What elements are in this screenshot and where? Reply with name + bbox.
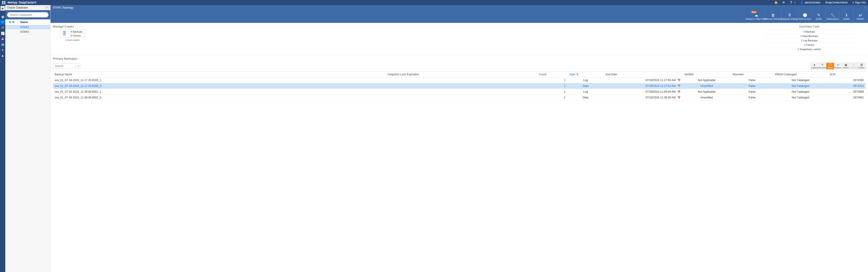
mini-tool-rename[interactable]: ✎Rename — [818, 63, 826, 69]
col-type[interactable]: Type ⇅ — [567, 72, 603, 77]
summary-line[interactable]: 4Backups — [764, 30, 854, 33]
local-copies[interactable]: 🗄 4 Backups 0 Clones Local copies — [60, 30, 85, 42]
rail-monitor-icon[interactable]: ⏱ — [0, 25, 5, 30]
cell-scn: 2874313 — [828, 83, 866, 89]
mini-tool-mount[interactable]: ▣Mount — [842, 63, 850, 69]
toolbar-trash-button[interactable]: 🗑Remove Protection — [765, 10, 781, 23]
toolbar-label: Database Settings — [781, 18, 798, 20]
table-row[interactable]: ora_01_07-18-2024_11.17.20.8165_01Data07… — [53, 83, 866, 89]
mini-label: Mount — [843, 66, 848, 69]
cell-snap — [386, 95, 537, 101]
trash-icon: 🗑 — [771, 13, 775, 17]
col-scn[interactable]: SCN — [828, 72, 866, 77]
cell-verified: Unverified — [682, 95, 731, 101]
cell-verified: Not Applicable — [682, 89, 731, 95]
context-label: Oracle Database — [7, 6, 28, 9]
summary-line[interactable]: 2Data Backups — [764, 34, 854, 38]
cell-rman: Not Cataloged — [773, 77, 828, 83]
table-row[interactable]: ora_01_07-18-2024_11.17.20.8165_11Log07/… — [53, 77, 866, 83]
toolbar: New☁Backup to Object Store🗑Remove Protec… — [51, 10, 868, 23]
mini-tool-catalog[interactable]: ●Catalog — [810, 63, 818, 69]
sign-out-button[interactable]: ⎆ Sign Out — [850, 0, 868, 5]
db-list-item[interactable]: NTAP1 — [5, 25, 50, 30]
cell-rman: Not Cataloged — [773, 89, 828, 95]
rail-reports-icon[interactable]: 📈 — [0, 30, 5, 36]
cell-scn: 2873909 — [828, 89, 866, 95]
cell-count: 1 — [537, 83, 567, 89]
summary-text: Clones — [806, 44, 814, 46]
refresh-icon: ⇄ — [859, 13, 862, 17]
db-list-item[interactable]: NTAP2 — [5, 30, 50, 34]
col-verified[interactable]: Verified — [682, 72, 731, 77]
sort-controls[interactable]: ⇅ ⚑ — [5, 21, 18, 24]
col-end-date[interactable]: End Date — [604, 72, 682, 77]
filter-button[interactable]: ▽ — [76, 63, 81, 69]
col-backup-name[interactable]: Backup Name — [53, 72, 386, 77]
toolbar-label: Remove Protection — [764, 18, 782, 20]
mini-tool-delete[interactable]: 🗑Delete — [858, 63, 865, 69]
close-icon[interactable]: ✕ — [864, 5, 867, 10]
cell-snap — [386, 89, 537, 95]
toolbar-wrench-button[interactable]: 🔧Maintenance — [826, 10, 839, 23]
primary-search-input[interactable] — [53, 63, 76, 69]
rail-hosts-icon[interactable]: 🖧 — [0, 36, 5, 42]
mini-tool-restore[interactable]: ↩Restore — [834, 63, 842, 69]
toolbar-refresh-button[interactable]: ⇄Refresh — [853, 10, 867, 23]
col-mounted[interactable]: Mounted — [731, 72, 773, 77]
cell-rman: Not Cataloged — [773, 95, 828, 101]
backups-count-line: 4 Backups — [68, 30, 85, 34]
cell-count: 1 — [537, 95, 567, 101]
rail-dashboard-icon[interactable]: ▦ — [0, 14, 5, 20]
name-header[interactable]: Name — [18, 21, 28, 24]
cell-mounted: False — [731, 77, 773, 83]
cell-name: ora_01_07-18-2024_11.17.20.8165_1 — [53, 77, 386, 83]
summary-num: 4 — [803, 30, 805, 33]
rail-alerts-icon[interactable]: ▲ — [0, 53, 5, 58]
rail-storage-icon[interactable]: ▤ — [0, 42, 5, 47]
help-icon[interactable]: ❔ — [787, 0, 798, 5]
cell-count: 1 — [537, 89, 567, 95]
mail-icon[interactable]: ✉ — [780, 0, 787, 5]
wrench-icon: 🔧 — [830, 13, 835, 17]
rail-toggle[interactable]: ▶ — [0, 6, 5, 11]
catalog-icon: ● — [813, 63, 815, 66]
summary-num: 2 — [801, 39, 802, 42]
sort-icon: ⇅ — [9, 21, 11, 24]
rail-settings-icon[interactable]: ≡ — [0, 47, 5, 53]
toolbar-pencil-button[interactable]: ✎Modify — [812, 10, 826, 23]
role-label[interactable]: SnapCenterAdmin — [823, 0, 850, 5]
summary-line[interactable]: 0Snapshots Locked — [764, 47, 854, 51]
toolbar-info-button[interactable]: ℹDetails — [839, 10, 853, 23]
rail-resources-icon[interactable]: 🛡 — [0, 20, 5, 25]
mini-label: Restore — [834, 66, 842, 69]
summary-text: Snapshots Locked — [800, 48, 821, 51]
table-row[interactable]: ora_01_07-18-2024_11.09.08.6002_01Data07… — [53, 95, 866, 101]
summary-line[interactable]: 0Clones — [764, 43, 854, 47]
toolbar-sliders-button[interactable]: 🎚Database Settings — [781, 10, 798, 23]
toolbar-cloud-button[interactable]: New☁Backup to Object Store — [748, 10, 765, 23]
cell-count: 1 — [537, 77, 567, 83]
search-input[interactable] — [7, 12, 49, 17]
col-rman[interactable]: RMAN Cataloged — [773, 72, 828, 77]
col-count[interactable]: Count — [537, 72, 567, 77]
cell-snap — [386, 77, 537, 83]
context-dropdown[interactable]: ▾ — [45, 6, 49, 9]
col-snap-expiration[interactable]: Snapshot Lock Expiration — [386, 72, 537, 77]
user-menu[interactable]: 👤 administrator — [798, 0, 823, 5]
cell-name: ora_01_07-18-2024_11.09.08.6002_0 — [53, 95, 386, 101]
summary-line[interactable]: 2Log Backups — [764, 38, 854, 42]
toolbar-clock-button[interactable]: 🕑Back up Now — [798, 10, 812, 23]
mini-tool-unmount: ▢Unmount — [850, 63, 858, 69]
table-row[interactable]: ora_01_07-18-2024_11.09.08.6002_11Log07/… — [53, 89, 866, 95]
calendar-icon: 📅 — [677, 96, 681, 99]
topbar: ▌▌ NetApp SnapCenter® 🔔 ✉ ❔ 👤 administra… — [0, 0, 868, 5]
breadcrumb-bar: NTAP1 Topology ✕ — [51, 5, 868, 10]
user-icon: 👤 — [800, 1, 804, 4]
mini-tool-clone[interactable]: ❐Clone — [826, 63, 834, 69]
primary-title: Primary Backup(s) — [51, 55, 868, 62]
clone-icon: ❐ — [829, 63, 832, 66]
sidebar: Oracle Database ▾ ⇅ ⚑ Name NTAP1NTAP2 — [5, 5, 51, 272]
cell-mounted: False — [731, 95, 773, 101]
database-icon: 🗄 — [60, 30, 68, 37]
bell-icon[interactable]: 🔔 — [772, 0, 780, 5]
